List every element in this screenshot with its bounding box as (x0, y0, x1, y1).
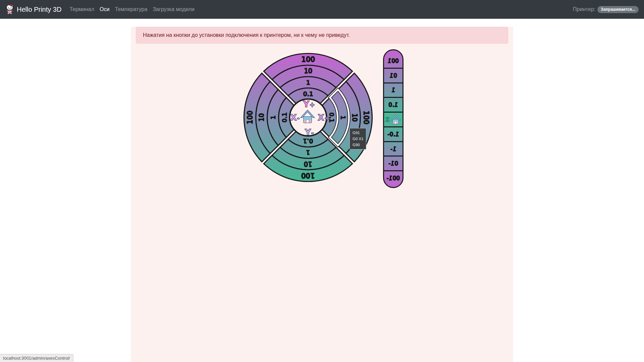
nav-links: Терминал Оси Температура Загрузка модели (67, 4, 573, 15)
gcode-line: G91 (353, 130, 366, 136)
jog-xplus-ring1-label: 1 (339, 115, 347, 119)
axes-controls: 0.1 1 10 100 0.1 1 10 100 0.1 1 10 100 0… (136, 49, 508, 188)
printer-status: Принтер: Запрашивается... (573, 6, 639, 13)
axis-y-plus-label[interactable]: Y+ (303, 100, 315, 109)
navbar: Hello Printy 3D Терминал Оси Температура… (0, 0, 644, 19)
nav-axes[interactable]: Оси (97, 4, 112, 15)
z-minus-10-button[interactable]: -10 (384, 157, 402, 171)
jog-yminus-ring1-label: 1 (306, 149, 310, 156)
jog-yplus-ring1-label: 1 (306, 78, 310, 86)
jog-xminus-ring1-label: 1 (269, 115, 276, 119)
jog-yplus-ring0-label: 0.1 (303, 90, 313, 97)
z-plus-1-button[interactable]: 1 (384, 83, 402, 98)
axis-x-plus-label[interactable]: X+ (318, 113, 330, 122)
jog-xminus-ring3-label: 100 (245, 110, 254, 124)
main-container: Нажатия на кнопки до установки подключен… (131, 27, 513, 362)
gcode-line: G0 X1 (353, 136, 366, 142)
z-minus-100-label: -100 (386, 174, 400, 182)
z-plus-10-label: 10 (389, 72, 397, 79)
z-plus-10-button[interactable]: 10 (384, 69, 402, 83)
home-house-icon (390, 114, 401, 125)
axis-y-minus-label[interactable]: Y- (305, 128, 314, 137)
xy-jog-wheel: 0.1 1 10 100 0.1 1 10 100 0.1 1 10 100 0… (243, 52, 374, 183)
z-plus-0_1-label: 0.1 (388, 101, 398, 109)
nav-terminal[interactable]: Терминал (67, 4, 97, 15)
jog-yminus-ring2-label: 10 (304, 160, 312, 168)
connection-alert: Нажатия на кнопки до установки подключен… (136, 27, 508, 44)
brand-title: Hello Printy 3D (17, 6, 61, 13)
z-plus-100-button[interactable]: 100 (384, 54, 402, 69)
z-minus-1-button[interactable]: -1 (384, 142, 402, 157)
gcode-line: G90 (353, 142, 366, 148)
jog-yplus-ring3-label: 100 (301, 55, 315, 64)
z-home-button[interactable]: Z (384, 113, 402, 127)
z-minus-0_1-button[interactable]: -0.1 (384, 127, 402, 142)
z-minus-1-label: -1 (390, 145, 396, 153)
z-plus-1-label: 1 (391, 86, 395, 94)
printer-label: Принтер: (573, 6, 596, 12)
nav-model-upload[interactable]: Загрузка модели (150, 4, 197, 15)
z-minus-0_1-label: -0.1 (387, 130, 399, 138)
z-minus-10-label: -10 (388, 160, 398, 167)
jog-yminus-ring0-label: 0.1 (303, 137, 313, 145)
axis-x-minus-label[interactable]: X- (290, 113, 300, 122)
z-home-letter: Z (386, 116, 390, 123)
status-url-bubble: localhost:3001/admin/axesControl/ (0, 354, 73, 362)
z-plus-0_1-button[interactable]: 0.1 (384, 98, 402, 113)
z-minus-100-button[interactable]: -100 (384, 171, 402, 185)
z-plus-100-label: 100 (388, 57, 399, 65)
jog-xplus-ring3-label: 100 (362, 111, 371, 124)
gcode-tooltip: G91 G0 X1 G90 (350, 128, 366, 149)
nav-temperature[interactable]: Температура (112, 4, 150, 15)
jog-yminus-ring3-label: 100 (301, 171, 315, 180)
jog-xminus-ring2-label: 10 (257, 113, 265, 122)
jog-xminus-ring0-label: 0.1 (280, 112, 288, 122)
z-axis-control: 100 10 1 0.1 Z -0.1 -1 -10 -100 (383, 49, 404, 188)
jog-xplus-ring2-label: 10 (350, 113, 358, 122)
brand-link[interactable]: Hello Printy 3D (5, 4, 61, 14)
printer-status-badge: Запрашивается... (597, 6, 639, 13)
hello-kitty-icon (5, 4, 14, 14)
jog-yplus-ring2-label: 10 (304, 67, 312, 75)
